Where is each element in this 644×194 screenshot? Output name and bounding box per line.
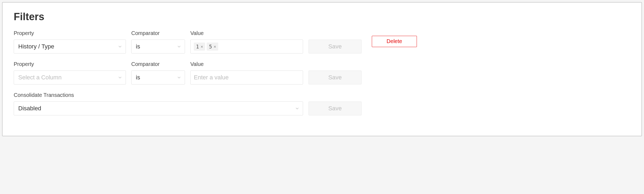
chevron-down-icon (177, 76, 181, 79)
comparator-select[interactable]: is (131, 70, 185, 84)
property-label: Property (14, 30, 126, 36)
property-select-placeholder: Select a Column (18, 74, 61, 81)
chevron-down-icon (177, 45, 181, 48)
comparator-select-value: is (136, 74, 140, 81)
value-label: Value (190, 30, 303, 36)
delete-button[interactable]: Delete (372, 36, 417, 47)
property-select[interactable]: History / Type (14, 40, 126, 54)
consolidate-label: Consolidate Transactions (14, 92, 303, 98)
value-tag-text: 5 (209, 44, 212, 50)
value-label: Value (190, 61, 303, 67)
chevron-down-icon (118, 76, 122, 79)
close-icon[interactable]: ✕ (201, 44, 203, 49)
save-button[interactable]: Save (308, 101, 362, 115)
comparator-select[interactable]: is (131, 40, 185, 54)
property-label: Property (14, 61, 126, 67)
consolidate-select[interactable]: Disabled (14, 101, 303, 115)
filter-row: Property Select a Column Comparator is V… (14, 61, 630, 84)
chevron-down-icon (118, 45, 122, 48)
value-field: Value 1 ✕ 5 ✕ (190, 30, 303, 54)
property-field: Property Select a Column (14, 61, 126, 84)
value-field: Value (190, 61, 303, 84)
value-tag: 5 ✕ (207, 43, 218, 51)
comparator-label: Comparator (131, 61, 185, 67)
comparator-field: Comparator is (131, 61, 185, 84)
comparator-select-value: is (136, 43, 140, 50)
value-tag-text: 1 (196, 44, 199, 50)
value-input[interactable] (190, 70, 303, 84)
consolidate-select-value: Disabled (18, 105, 41, 112)
chevron-down-icon (295, 107, 299, 110)
close-icon[interactable]: ✕ (214, 44, 216, 49)
value-tag: 1 ✕ (194, 43, 205, 51)
property-field: Property History / Type (14, 30, 126, 54)
comparator-label: Comparator (131, 30, 185, 36)
value-input[interactable]: 1 ✕ 5 ✕ (190, 40, 303, 54)
property-select[interactable]: Select a Column (14, 70, 126, 84)
save-button[interactable]: Save (308, 70, 362, 84)
filter-row: Property History / Type Comparator is Va… (14, 30, 630, 54)
consolidate-row: Consolidate Transactions Disabled Save (14, 92, 630, 115)
page-title: Filters (14, 11, 630, 23)
save-button[interactable]: Save (308, 40, 362, 54)
filters-panel: Filters Property History / Type Comparat… (2, 2, 642, 136)
property-select-value: History / Type (18, 43, 54, 50)
comparator-field: Comparator is (131, 30, 185, 54)
consolidate-field: Consolidate Transactions Disabled (14, 92, 303, 115)
